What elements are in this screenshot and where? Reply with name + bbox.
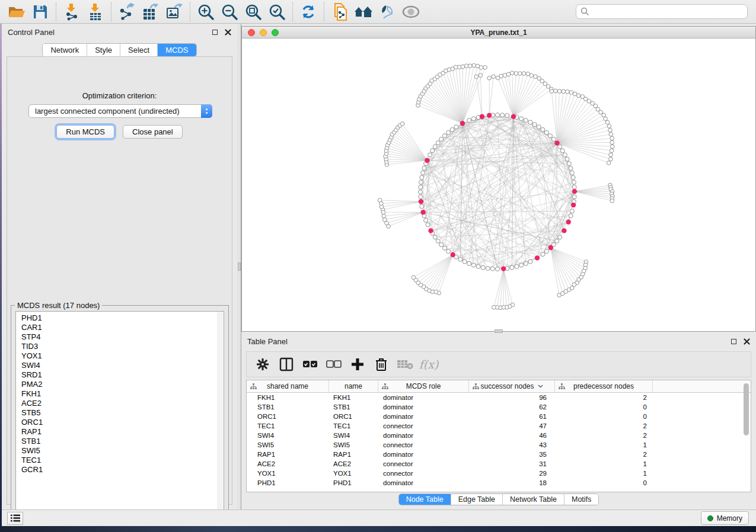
- graph-hub-node[interactable]: [460, 121, 465, 126]
- table-row[interactable]: RAP1RAP1dominator352: [247, 450, 751, 459]
- graph-hub-node[interactable]: [419, 199, 423, 204]
- graph-leaf-node[interactable]: [522, 72, 526, 76]
- graph-node[interactable]: [419, 190, 423, 194]
- graph-node[interactable]: [572, 195, 576, 199]
- graph-edge[interactable]: [431, 197, 575, 230]
- graph-edge[interactable]: [501, 76, 513, 116]
- column-header-shared-name[interactable]: shared name: [247, 380, 329, 392]
- graph-node[interactable]: [428, 153, 432, 157]
- graph-node[interactable]: [467, 261, 471, 265]
- graph-node[interactable]: [505, 114, 509, 118]
- graph-edge[interactable]: [392, 134, 427, 161]
- run-mcds-button[interactable]: Run MCDS: [56, 125, 114, 139]
- select-all-icon[interactable]: [301, 355, 319, 373]
- graph-hub-node[interactable]: [480, 114, 484, 119]
- graph-hub-node[interactable]: [428, 228, 433, 233]
- graph-edge[interactable]: [385, 212, 423, 220]
- graph-node[interactable]: [496, 113, 500, 117]
- zoom-in-icon[interactable]: [194, 2, 218, 22]
- graph-edge[interactable]: [394, 132, 428, 160]
- graph-edge[interactable]: [551, 248, 572, 288]
- graph-node[interactable]: [471, 117, 476, 121]
- graph-leaf-node[interactable]: [607, 161, 611, 165]
- tab-edge-table[interactable]: Edge Table: [451, 494, 502, 505]
- graph-node[interactable]: [544, 249, 548, 254]
- mcds-result-item[interactable]: PMA2: [21, 380, 224, 389]
- graph-node[interactable]: [454, 125, 458, 129]
- graph-node[interactable]: [569, 166, 573, 170]
- tab-network[interactable]: Network: [43, 44, 87, 56]
- graph-edge[interactable]: [398, 127, 428, 161]
- graph-node[interactable]: [420, 204, 424, 209]
- graph-edge[interactable]: [388, 212, 423, 226]
- float-panel-icon[interactable]: [212, 30, 218, 35]
- graph-node[interactable]: [563, 153, 567, 157]
- tab-network-table[interactable]: Network Table: [502, 494, 564, 505]
- graph-edge[interactable]: [513, 76, 535, 117]
- graph-edge[interactable]: [557, 134, 611, 143]
- graph-leaf-node[interactable]: [610, 140, 614, 145]
- graph-node[interactable]: [471, 263, 476, 267]
- graph-node[interactable]: [443, 134, 447, 138]
- graph-node[interactable]: [572, 185, 576, 189]
- table-row[interactable]: SWI5SWI5connector431: [247, 440, 751, 450]
- graph-leaf-node[interactable]: [609, 153, 613, 157]
- graph-node[interactable]: [532, 123, 537, 127]
- splitter-handle[interactable]: [238, 262, 241, 271]
- graph-node[interactable]: [500, 113, 505, 117]
- graph-edge[interactable]: [424, 91, 462, 123]
- graph-leaf-node[interactable]: [557, 89, 562, 94]
- graph-leaf-node[interactable]: [604, 117, 608, 121]
- graph-edge[interactable]: [575, 187, 611, 191]
- graph-node[interactable]: [567, 162, 571, 166]
- graph-node[interactable]: [421, 171, 425, 175]
- table-row[interactable]: ACE2ACE2connector311: [247, 459, 751, 469]
- delete-columns-icon[interactable]: [372, 355, 390, 373]
- graph-leaf-node[interactable]: [378, 198, 382, 203]
- split-panel-icon[interactable]: [277, 355, 295, 373]
- graph-edge[interactable]: [380, 200, 422, 201]
- close-panel-button[interactable]: Close panel: [123, 125, 183, 139]
- graph-node[interactable]: [433, 235, 437, 239]
- tab-mcds[interactable]: MCDS: [157, 44, 196, 56]
- graph-hub-node[interactable]: [572, 189, 577, 194]
- graph-node[interactable]: [541, 127, 545, 132]
- task-history-button[interactable]: [7, 512, 23, 525]
- tab-motifs[interactable]: Motifs: [564, 494, 598, 505]
- graph-node[interactable]: [436, 239, 440, 243]
- import-table-icon[interactable]: [84, 2, 107, 22]
- close-panel-icon[interactable]: [744, 338, 750, 345]
- clone-network-icon[interactable]: [328, 2, 352, 22]
- graph-hub-node[interactable]: [511, 114, 516, 119]
- hide-selected-icon[interactable]: [375, 2, 399, 22]
- graph-leaf-node[interactable]: [550, 89, 554, 94]
- graph-leaf-node[interactable]: [479, 66, 483, 70]
- graph-leaf-node[interactable]: [499, 74, 503, 78]
- mcds-result-item[interactable]: GCR1: [21, 465, 224, 475]
- import-network-icon[interactable]: [60, 2, 84, 22]
- close-panel-icon[interactable]: [225, 29, 231, 36]
- column-header-MCDS-role[interactable]: MCDS role: [378, 380, 469, 392]
- graph-leaf-node[interactable]: [602, 113, 606, 117]
- graph-leaf-node[interactable]: [610, 136, 614, 140]
- graph-edge[interactable]: [413, 255, 452, 277]
- delete-table-icon[interactable]: [396, 355, 414, 373]
- graph-leaf-node[interactable]: [569, 91, 573, 95]
- graph-edge[interactable]: [424, 168, 550, 248]
- save-session-icon[interactable]: [28, 2, 52, 22]
- graph-node[interactable]: [458, 257, 462, 261]
- graph-edge[interactable]: [557, 115, 604, 143]
- graph-hub-node[interactable]: [420, 210, 425, 214]
- graph-node[interactable]: [424, 218, 428, 222]
- table-row[interactable]: PHD1PHD1dominator180: [247, 478, 751, 488]
- graph-edge[interactable]: [513, 76, 531, 117]
- deselect-all-icon[interactable]: [325, 355, 343, 373]
- graph-node[interactable]: [515, 264, 519, 268]
- mcds-result-item[interactable]: SWI5: [21, 446, 224, 456]
- graph-edge[interactable]: [503, 269, 510, 307]
- graph-edge[interactable]: [389, 143, 428, 161]
- graph-leaf-node[interactable]: [611, 145, 615, 149]
- graph-leaf-node[interactable]: [382, 214, 386, 218]
- graph-leaf-node[interactable]: [609, 132, 613, 136]
- graph-hub-node[interactable]: [535, 255, 540, 260]
